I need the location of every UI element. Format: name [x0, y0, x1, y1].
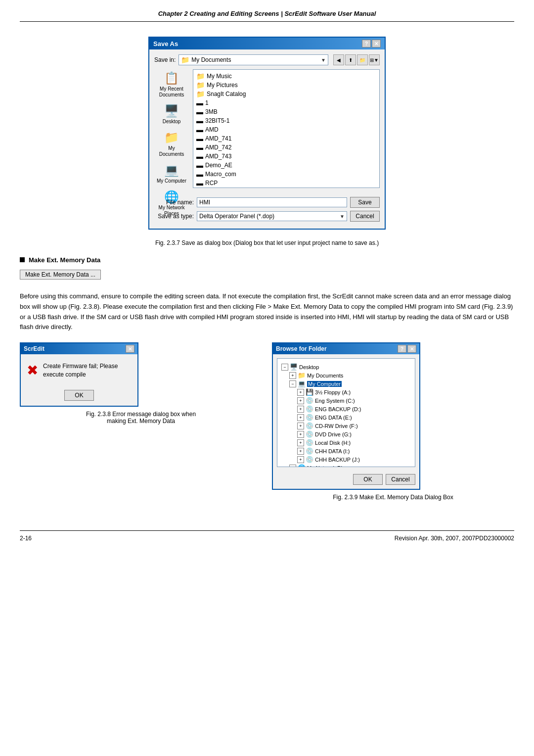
- cancel-button[interactable]: Cancel: [350, 211, 380, 222]
- sidebar-item-mydocs-label: My Documents: [155, 145, 188, 157]
- scredit-close-button[interactable]: ✕: [126, 345, 134, 353]
- file-name: AMD_743: [205, 153, 231, 160]
- file-item-macrocom[interactable]: ▬ Macro_com: [195, 170, 377, 179]
- body-text: Before using this command, ensure to com…: [20, 291, 514, 332]
- drive-f-icon: 💿: [306, 422, 313, 429]
- file-item-1[interactable]: ▬ 1: [195, 98, 377, 107]
- expander-f[interactable]: +: [297, 423, 304, 429]
- expander-e[interactable]: +: [297, 414, 304, 421]
- views-icon[interactable]: ⊞▼: [369, 54, 380, 65]
- expander-mydocs[interactable]: +: [289, 372, 296, 379]
- file-item-mymusic[interactable]: 📁 My Music: [195, 72, 377, 81]
- savetype-dropdown[interactable]: Delta Operator Panel (*.dop) ▼: [197, 211, 347, 221]
- right-col: Browse for Folder ? ✕ − 🖥️ Desktop +: [272, 342, 514, 511]
- filename-input[interactable]: [197, 197, 347, 207]
- tree-label-floppy: 3½ Floppy (A:): [315, 389, 351, 395]
- file-item-amd742[interactable]: ▬ AMD_742: [195, 143, 377, 152]
- file-item-amd[interactable]: ▬ AMD: [195, 125, 377, 134]
- sidebar-item-recent[interactable]: 📋 My RecentDocuments: [154, 69, 189, 100]
- sidebar-item-desktop-label: Desktop: [163, 119, 181, 125]
- tree-item-f[interactable]: + 💿 CD-RW Drive (F:): [297, 422, 411, 430]
- error-icon: ✖: [27, 362, 38, 378]
- browse-close-button[interactable]: ✕: [407, 345, 416, 353]
- file-name: AMD_741: [205, 135, 231, 142]
- up-folder-icon[interactable]: ⬆: [345, 54, 356, 65]
- tree-item-h[interactable]: + 💿 Local Disk (H:): [297, 438, 411, 447]
- new-folder-icon[interactable]: 📁: [357, 54, 368, 65]
- ok-button[interactable]: OK: [64, 390, 94, 401]
- tree-item-g[interactable]: + 💿 DVD Drive (G:): [297, 430, 411, 438]
- revision-text: Revision Apr. 30th, 2007, 2007PDD2300000…: [395, 535, 514, 542]
- save-in-dropdown[interactable]: 📁 My Documents ▼: [178, 54, 328, 65]
- tree-item-floppy[interactable]: + 💾 3½ Floppy (A:): [297, 388, 411, 396]
- file-name: AMD: [205, 126, 219, 133]
- expander-floppy[interactable]: +: [297, 389, 304, 396]
- fig238-caption: Fig. 2.3.8 Error message dialog box when…: [20, 411, 262, 425]
- back-icon[interactable]: ◀: [333, 54, 344, 65]
- desktop-tree-icon: 🖥️: [290, 363, 298, 371]
- sidebar-item-mycomputer[interactable]: 💻 My Computer: [154, 161, 189, 186]
- dropdown-arrow-icon: ▼: [321, 57, 326, 63]
- file-item-snagit[interactable]: 📁 SnagIt Catalog: [195, 90, 377, 98]
- folder-icon: 📁: [196, 81, 205, 89]
- drive-e-icon: 💿: [306, 414, 313, 421]
- file-icon: ▬: [196, 135, 203, 142]
- expander-g[interactable]: +: [297, 431, 304, 438]
- browse-titlebar: Browse for Folder ? ✕: [273, 343, 419, 354]
- file-item-mypictures[interactable]: 📁 My Pictures: [195, 81, 377, 90]
- file-item-3mb[interactable]: ▬ 3MB: [195, 107, 377, 116]
- file-item-rcp[interactable]: ▬ RCP: [195, 179, 377, 188]
- file-item-demoae[interactable]: ▬ Demo_AE: [195, 161, 377, 170]
- expander-mycomputer[interactable]: −: [289, 380, 296, 387]
- browse-ok-button[interactable]: OK: [353, 474, 383, 485]
- fig238-caption-line2: making Ext. Memory Data: [20, 418, 262, 425]
- sidebar-item-desktop[interactable]: 🖥️ Desktop: [154, 102, 189, 127]
- file-item-amd743[interactable]: ▬ AMD_743: [195, 152, 377, 161]
- help-button[interactable]: ?: [362, 40, 371, 47]
- network-tree-icon: 🌐: [298, 464, 306, 467]
- save-button[interactable]: Save: [350, 197, 380, 208]
- tree-label-g: DVD Drive (G:): [315, 431, 352, 437]
- drive-h-icon: 💿: [306, 439, 313, 446]
- expander-i[interactable]: +: [297, 448, 304, 455]
- tree-item-mycomputer[interactable]: − 💻 My Computer: [289, 379, 411, 388]
- file-item-amd741[interactable]: ▬ AMD_741: [195, 134, 377, 143]
- tree-item-e[interactable]: + 💿 ENG DATA (E:): [297, 413, 411, 422]
- expander-network[interactable]: +: [289, 465, 296, 468]
- page-number: 2-16: [20, 535, 32, 542]
- tree-item-i[interactable]: + 💿 CHH DATA (I:): [297, 447, 411, 455]
- tree-label-j: CHH BACKUP (J:): [315, 457, 360, 463]
- tree-item-j[interactable]: + 💿 CHH BACKUP (J:): [297, 455, 411, 464]
- expander-j[interactable]: +: [297, 456, 304, 463]
- file-item-32bit5[interactable]: ▬ 32BIT5-1: [195, 116, 377, 125]
- bullet-icon: [20, 257, 25, 262]
- tree-item-network[interactable]: + 🌐 My Network Places: [289, 464, 411, 467]
- scredit-titlebar: ScrEdit ✕: [21, 343, 137, 354]
- tree-item-d[interactable]: + 💿 ENG BACKUP (D:): [297, 405, 411, 413]
- expander-d[interactable]: +: [297, 406, 304, 413]
- file-icon: ▬: [196, 170, 203, 178]
- tree-item-mydocs[interactable]: + 📁 My Documents: [289, 371, 411, 379]
- dialog-body: 📋 My RecentDocuments 🖥️ Desktop 📁 My Doc…: [154, 69, 380, 188]
- sidebar-item-mydocs[interactable]: 📁 My Documents: [154, 129, 189, 159]
- tree-label-desktop: Desktop: [299, 364, 319, 370]
- fig238-caption-line1: Fig. 2.3.8 Error message dialog box when: [20, 411, 262, 418]
- expander-c[interactable]: +: [297, 397, 304, 404]
- expander-h[interactable]: +: [297, 439, 304, 446]
- browse-titlebar-buttons: ? ✕: [398, 345, 416, 353]
- tree-children-mycomputer: + 💾 3½ Floppy (A:) + 💿 Eng System (C:) +…: [297, 388, 411, 464]
- file-name: Demo_AE: [205, 162, 232, 169]
- file-name: 1: [205, 99, 209, 106]
- file-list[interactable]: 📁 My Music 📁 My Pictures 📁 SnagIt Catalo…: [193, 69, 380, 188]
- tree-label-f: CD-RW Drive (F:): [315, 423, 358, 429]
- browse-body[interactable]: − 🖥️ Desktop + 📁 My Documents − 💻: [277, 358, 415, 467]
- tree-item-c[interactable]: + 💿 Eng System (C:): [297, 396, 411, 405]
- close-button[interactable]: ✕: [372, 40, 381, 47]
- scredit-title: ScrEdit: [24, 345, 44, 352]
- tree-item-desktop[interactable]: − 🖥️ Desktop: [281, 363, 411, 371]
- file-icon: ▬: [196, 179, 203, 187]
- browse-cancel-button[interactable]: Cancel: [386, 474, 415, 485]
- expander-desktop[interactable]: −: [281, 364, 288, 371]
- scredit-dialog: ScrEdit ✕ ✖ Create Firmware fail; Please…: [20, 342, 138, 407]
- browse-help-button[interactable]: ?: [398, 345, 406, 353]
